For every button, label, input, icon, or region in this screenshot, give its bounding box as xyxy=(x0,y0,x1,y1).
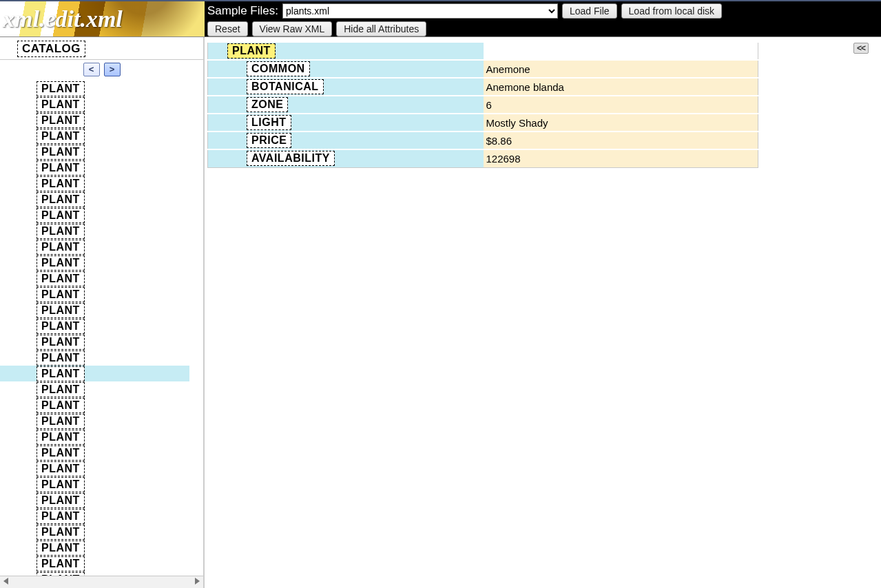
list-item-tag: PLANT xyxy=(37,556,85,571)
detail-title-value xyxy=(484,42,758,60)
list-item[interactable]: PLANT xyxy=(37,144,189,160)
list-item-tag: PLANT xyxy=(37,113,85,128)
list-item-tag: PLANT xyxy=(37,335,85,350)
list-item[interactable]: PLANT xyxy=(37,112,189,128)
list-item-tag: PLANT xyxy=(37,461,85,476)
detail-value-cell[interactable]: Anemone blanda xyxy=(484,78,758,96)
list-item-tag: PLANT xyxy=(37,129,85,144)
detail-key-cell[interactable]: LIGHT xyxy=(208,114,484,132)
list-item[interactable]: PLANT xyxy=(37,81,189,96)
sample-file-select[interactable]: plants.xml xyxy=(282,3,558,19)
list-wrap: PLANTPLANTPLANTPLANTPLANTPLANTPLANTPLANT… xyxy=(0,79,203,576)
list-item-tag: PLANT xyxy=(37,255,85,271)
detail-value-cell[interactable]: Mostly Shady xyxy=(484,114,758,132)
detail-key-cell[interactable]: AVAILABILITY xyxy=(208,149,484,167)
list-item[interactable]: PLANT xyxy=(37,413,189,429)
detail-key-cell[interactable]: PRICE xyxy=(208,132,484,149)
list-item[interactable]: PLANT xyxy=(37,255,189,271)
list-item[interactable]: PLANT xyxy=(37,271,189,286)
detail-value-cell[interactable]: $8.86 xyxy=(484,132,758,149)
list-item-tag: PLANT xyxy=(37,525,85,540)
load-local-button[interactable]: Load from local disk xyxy=(621,3,723,19)
top-bar: xml.edit.xml Sample Files: plants.xml Lo… xyxy=(0,0,881,37)
toolbar-row-2: Reset View Raw XML Hide all Attributes xyxy=(207,21,878,36)
toolbar: Sample Files: plants.xml Load File Load … xyxy=(205,1,881,36)
collapse-button[interactable]: << xyxy=(853,43,869,54)
list-item-tag: PLANT xyxy=(37,414,85,429)
load-file-button[interactable]: Load File xyxy=(562,3,617,19)
element-list[interactable]: PLANTPLANTPLANTPLANTPLANTPLANTPLANTPLANT… xyxy=(0,79,189,576)
root-tag: CATALOG xyxy=(17,41,85,57)
list-item-tag: PLANT xyxy=(37,350,85,366)
list-item[interactable]: PLANT xyxy=(37,96,189,112)
detail-title-tag: PLANT xyxy=(227,43,276,59)
main-area: CATALOG < > PLANTPLANTPLANTPLANTPLANTPLA… xyxy=(0,37,881,588)
list-item[interactable]: PLANT xyxy=(37,239,189,255)
list-item-tag: PLANT xyxy=(37,382,85,397)
detail-value-cell[interactable]: Anemone xyxy=(484,60,758,78)
list-item-tag: PLANT xyxy=(37,509,85,524)
list-item[interactable]: PLANT xyxy=(37,445,189,461)
hide-attributes-button[interactable]: Hide all Attributes xyxy=(336,21,426,36)
list-item-tag: PLANT xyxy=(37,160,85,176)
list-item[interactable]: PLANT xyxy=(37,302,189,318)
list-item-tag: PLANT xyxy=(37,287,85,302)
detail-key-cell[interactable]: BOTANICAL xyxy=(208,78,484,96)
list-item[interactable]: PLANT xyxy=(37,492,189,508)
list-item-tag: PLANT xyxy=(37,271,85,286)
list-item[interactable]: PLANT xyxy=(37,508,189,524)
list-item[interactable]: PLANT xyxy=(37,397,189,413)
list-item[interactable]: PLANT xyxy=(37,476,189,492)
detail-title-cell[interactable]: PLANT xyxy=(208,42,484,60)
list-item[interactable]: PLANT xyxy=(0,366,189,381)
detail-key-tag: ZONE xyxy=(247,97,288,112)
list-item-tag: PLANT xyxy=(37,81,85,96)
list-item[interactable]: PLANT xyxy=(37,207,189,223)
detail-value-cell[interactable]: 122698 xyxy=(484,149,758,167)
list-item[interactable]: PLANT xyxy=(37,176,189,191)
list-item-tag: PLANT xyxy=(37,303,85,318)
list-item[interactable]: PLANT xyxy=(37,429,189,445)
prev-button[interactable]: < xyxy=(83,63,100,76)
list-item-tag: PLANT xyxy=(37,176,85,191)
list-item-tag: PLANT xyxy=(37,224,85,239)
list-item[interactable]: PLANT xyxy=(37,191,189,207)
list-item[interactable]: PLANT xyxy=(37,524,189,540)
detail-key-cell[interactable]: COMMON xyxy=(208,60,484,78)
detail-value-cell[interactable]: 6 xyxy=(484,96,758,114)
list-item[interactable]: PLANT xyxy=(37,318,189,334)
horizontal-scrollbar[interactable] xyxy=(0,576,203,588)
list-item-tag: PLANT xyxy=(37,445,85,461)
list-item-tag: PLANT xyxy=(37,97,85,112)
list-item[interactable]: PLANT xyxy=(37,128,189,144)
list-item[interactable]: PLANT xyxy=(37,381,189,397)
detail-pane: << PLANTCOMMONAnemoneBOTANICALAnemone bl… xyxy=(205,37,881,588)
list-item-tag: PLANT xyxy=(37,493,85,508)
list-item-tag: PLANT xyxy=(37,192,85,207)
list-item-tag: PLANT xyxy=(37,145,85,160)
detail-table: PLANTCOMMONAnemoneBOTANICALAnemone bland… xyxy=(207,41,758,168)
reset-button[interactable]: Reset xyxy=(207,21,248,36)
toolbar-row-1: Sample Files: plants.xml Load File Load … xyxy=(207,3,878,19)
list-item[interactable]: PLANT xyxy=(37,223,189,239)
list-item[interactable]: PLANT xyxy=(37,286,189,302)
list-item-tag: PLANT xyxy=(37,477,85,492)
next-button[interactable]: > xyxy=(104,63,121,76)
list-item-tag: PLANT xyxy=(37,430,85,445)
view-raw-xml-button[interactable]: View Raw XML xyxy=(252,21,333,36)
list-item[interactable]: PLANT xyxy=(37,556,189,571)
list-item[interactable]: PLANT xyxy=(37,350,189,366)
detail-key-tag: AVAILABILITY xyxy=(247,151,335,166)
list-item[interactable]: PLANT xyxy=(37,540,189,556)
list-item-tag: PLANT xyxy=(37,240,85,255)
detail-key-tag: BOTANICAL xyxy=(247,79,324,94)
list-item-tag: PLANT xyxy=(37,208,85,223)
list-item-tag: PLANT xyxy=(37,366,85,381)
list-item[interactable]: PLANT xyxy=(37,334,189,350)
list-item-tag: PLANT xyxy=(37,398,85,413)
detail-key-cell[interactable]: ZONE xyxy=(208,96,484,114)
root-tag-row[interactable]: CATALOG xyxy=(0,37,203,59)
list-item-tag: PLANT xyxy=(37,319,85,334)
list-item[interactable]: PLANT xyxy=(37,160,189,176)
list-item[interactable]: PLANT xyxy=(37,461,189,476)
